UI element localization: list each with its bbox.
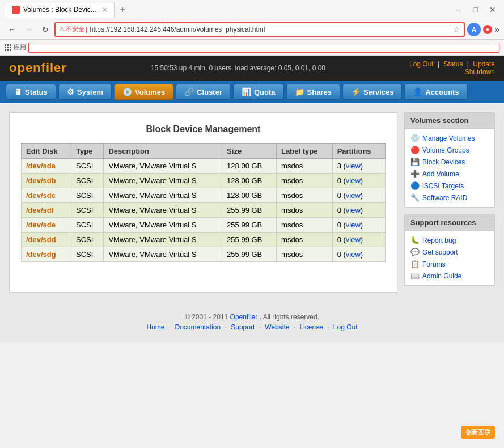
disk-link-cell: /dev/sdg <box>22 247 71 262</box>
disk-link[interactable]: /dev/sdf <box>26 206 54 214</box>
footer-support-link[interactable]: Support <box>231 323 255 331</box>
partitions-cell: 0 (view) <box>332 174 385 188</box>
extension-red-button[interactable]: ● <box>483 25 492 34</box>
col-header-edit-disk: Edit Disk <box>22 144 71 159</box>
view-partitions-link[interactable]: view <box>346 206 361 214</box>
view-partitions-link[interactable]: view <box>346 176 361 185</box>
view-partitions-link[interactable]: view <box>346 191 361 200</box>
footer-links: Home · Documentation · Support · Website… <box>11 323 493 331</box>
type-cell: SCSI <box>71 188 104 203</box>
status-link[interactable]: Status <box>443 60 463 68</box>
label-cell: msdos <box>277 247 333 262</box>
more-options-button[interactable]: » <box>494 24 499 35</box>
nav-item-services[interactable]: ⚡ Services <box>342 84 403 100</box>
close-button[interactable]: ✕ <box>486 4 499 15</box>
partitions-cell: 0 (view) <box>332 233 385 247</box>
view-partitions-link[interactable]: view <box>346 250 361 259</box>
sidebar-manage-volumes-link[interactable]: 💿 Manage Volumes <box>405 132 494 144</box>
footer-docs-link[interactable]: Documentation <box>175 323 221 331</box>
disk-link[interactable]: /dev/sdc <box>26 191 56 200</box>
address-bar[interactable]: ⚠ 不安全 | ☆ <box>54 22 465 37</box>
sidebar-admin-guide-link[interactable]: 📖 Admin Guide <box>405 270 494 282</box>
watermark: 创新互联 <box>461 426 495 439</box>
disk-link-cell: /dev/sdd <box>22 233 71 247</box>
footer-website-link[interactable]: Website <box>265 323 289 331</box>
nav-item-status[interactable]: 🖥 Status <box>6 84 56 100</box>
view-partitions-link[interactable]: view <box>346 221 361 229</box>
sidebar-get-support-link[interactable]: 💬 Get support <box>405 246 494 258</box>
browser-titlebar: Volumes : Block Devic... ✕ + ─ □ ✕ <box>0 0 504 19</box>
system-nav-icon: ⚙ <box>67 87 74 96</box>
type-cell: SCSI <box>71 218 104 233</box>
size-cell: 128.00 GB <box>222 174 277 188</box>
partitions-cell: 0 (view) <box>332 247 385 262</box>
shutdown-link[interactable]: Shutdown <box>465 68 495 76</box>
quota-nav-icon: 📊 <box>242 87 251 96</box>
back-button[interactable]: ← <box>5 23 19 36</box>
get-support-icon: 💬 <box>410 248 420 256</box>
sidebar-block-devices-link[interactable]: 💾 Block Devices <box>405 156 494 168</box>
disk-link[interactable]: /dev/sde <box>26 221 56 229</box>
footer-home-link[interactable]: Home <box>146 323 164 331</box>
footer-logout-link[interactable]: Log Out <box>333 323 358 331</box>
size-cell: 255.99 GB <box>222 247 277 262</box>
sidebar-software-raid-link[interactable]: 🔧 Software RAID <box>405 192 494 204</box>
browser-toolbar: ← → ↻ ⚠ 不安全 | ☆ A ● » <box>0 19 504 40</box>
disk-link[interactable]: /dev/sdd <box>26 235 56 244</box>
content-area: Block Device Management Edit Disk Type D… <box>9 112 397 293</box>
table-row: /dev/sdc SCSI VMware, VMware Virtual S 1… <box>22 188 386 203</box>
accounts-nav-icon: 👤 <box>413 87 422 96</box>
size-cell: 255.99 GB <box>222 233 277 247</box>
main-layout: Block Device Management Edit Disk Type D… <box>0 103 504 302</box>
sidebar-forums-link[interactable]: 📋 Forums <box>405 258 494 270</box>
view-partitions-link[interactable]: view <box>346 162 361 170</box>
page-wrapper: openfiler 15:50:53 up 4 min, 0 users, lo… <box>0 56 504 396</box>
volumes-nav-icon: 💿 <box>122 87 132 96</box>
new-tab-button[interactable]: + <box>118 5 128 15</box>
sidebar-volume-groups-link[interactable]: 🔴 Volume Groups <box>405 144 494 156</box>
extension-a-button[interactable]: A <box>467 23 481 36</box>
footer-license-link[interactable]: License <box>299 323 323 331</box>
table-row: /dev/sde SCSI VMware, VMware Virtual S 2… <box>22 218 386 233</box>
sidebar-iscsi-targets-link[interactable]: 🔵 iSCSI Targets <box>405 180 494 192</box>
partitions-cell: 0 (view) <box>332 203 385 218</box>
minimize-button[interactable]: ─ <box>453 4 465 15</box>
nav-item-volumes[interactable]: 💿 Volumes <box>114 84 173 100</box>
tab-close-button[interactable]: ✕ <box>102 6 107 14</box>
site-header: openfiler 15:50:53 up 4 min, 0 users, lo… <box>0 56 504 81</box>
apps-button[interactable]: 应用 <box>5 43 26 52</box>
disk-link[interactable]: /dev/sda <box>26 162 56 170</box>
maximize-button[interactable]: □ <box>470 4 481 15</box>
nav-item-system[interactable]: ⚙ System <box>58 84 112 100</box>
table-row: /dev/sda SCSI VMware, VMware Virtual S 1… <box>22 159 386 174</box>
forward-button[interactable]: → <box>22 23 36 36</box>
bookmark-star-icon[interactable]: ☆ <box>453 25 460 34</box>
browser-tab[interactable]: Volumes : Block Devic... ✕ <box>5 2 115 18</box>
view-partitions-link[interactable]: view <box>346 235 361 244</box>
col-header-label-type: Label type <box>277 144 333 159</box>
status-nav-icon: 🖥 <box>14 87 22 96</box>
add-volume-icon: ➕ <box>410 170 420 178</box>
nav-item-cluster[interactable]: 🔗 Cluster <box>176 84 231 100</box>
main-navigation: 🖥 Status ⚙ System 💿 Volumes 🔗 Cluster 📊 … <box>0 81 504 103</box>
update-link[interactable]: Update <box>473 60 495 68</box>
report-bug-icon: 🐛 <box>410 236 420 244</box>
bookmark-input[interactable] <box>28 43 499 53</box>
sidebar-report-bug-link[interactable]: 🐛 Report bug <box>405 234 494 246</box>
address-input[interactable] <box>90 26 451 33</box>
col-header-type: Type <box>71 144 104 159</box>
forums-icon: 📋 <box>410 260 420 268</box>
nav-item-accounts[interactable]: 👤 Accounts <box>404 84 467 100</box>
disk-link-cell: /dev/sdc <box>22 188 71 203</box>
sidebar-add-volume-link[interactable]: ➕ Add Volume <box>405 168 494 180</box>
disk-link[interactable]: /dev/sdb <box>26 176 56 185</box>
disk-link[interactable]: /dev/sdg <box>26 250 56 259</box>
nav-item-quota[interactable]: 📊 Quota <box>233 84 284 100</box>
logout-link[interactable]: Log Out <box>409 60 434 68</box>
bookmarks-bar: 应用 <box>0 40 504 56</box>
reload-button[interactable]: ↻ <box>39 23 52 36</box>
footer-copyright: © 2001 - 2011 Openfiler . All rights res… <box>11 313 493 321</box>
nav-item-shares[interactable]: 📁 Shares <box>286 84 340 100</box>
footer-openfiler-link[interactable]: Openfiler <box>230 313 258 321</box>
description-cell: VMware, VMware Virtual S <box>104 233 222 247</box>
